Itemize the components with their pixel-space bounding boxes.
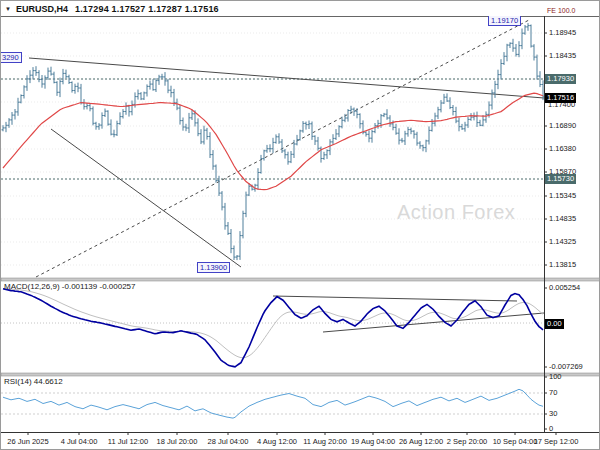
price-callout-left[interactable]: 3290 [0,52,22,63]
macd-axis-label: 0.005254 [549,283,580,292]
price-axis-label: 1.15345 [549,191,576,200]
price-callout-low[interactable]: 1.13900 [197,262,230,273]
time-axis-label: 10 Sep 04:00 [493,437,538,446]
ohlc-values: 1.17294 1.17527 1.17287 1.17516 [75,4,219,14]
chart-titlebar: ▼ EURUSD,H4 1.17294 1.17527 1.17287 1.17… [1,1,599,16]
time-axis-label: 2 Sep 20:00 [447,437,487,446]
price-callout-high[interactable]: 1.19170 [488,15,521,26]
time-axis-label: 4 Aug 12:00 [257,437,297,446]
chart-area[interactable]: Action Forex FE 100.0 1.19170 3290 1.139… [1,1,599,449]
price-axis-label: 1.18945 [549,28,576,37]
macd-value-main: -0.001139 [62,282,97,291]
panel-splitter-rsi [1,373,600,376]
macd-name: MACD(12,26,9) [4,282,60,291]
descending-resistance [29,58,544,98]
panel-splitter-macd [1,278,600,281]
time-axis-label: 11 Aug 20:00 [303,437,347,446]
macd-indicator-label: MACD(12,26,9) -0.001139 -0.000257 [4,282,136,291]
time-axis-label: 28 Jul 04:00 [208,437,249,446]
price-axis-label: 1.18435 [549,51,576,60]
price-axis-label: 1.14835 [549,214,576,223]
rsi-name: RSI(14) [4,377,32,386]
price-axis-label: 1.16380 [549,144,576,153]
rsi-value: 44.6612 [34,377,63,386]
time-axis-label: 17 Sep 12:00 [534,437,579,446]
rsi-axis-label: 70 [549,388,557,397]
time-axis-label: 26 Jun 2025 [7,437,48,446]
rsi-indicator-label: RSI(14) 44.6612 [4,377,63,386]
rsi-axis-label: 100 [549,372,562,381]
macd-upper-line [273,296,517,301]
symbol-timeframe: EURUSD,H4 [16,4,68,14]
macd-signal-line [3,289,543,358]
time-axis-label: 4 Jul 04:00 [61,437,98,446]
price-axis-label: 1.14325 [549,237,576,246]
time-axis-label: 18 Jul 20:00 [157,437,198,446]
chart-canvas[interactable] [1,1,600,450]
macd-main-line [3,289,543,367]
time-axis-label: 19 Aug 04:00 [351,437,395,446]
macd-lower-line [323,313,544,332]
macd-value-signal: -0.000257 [99,282,135,291]
macd-axis-label: -0.007269 [549,362,583,371]
rsi-axis-label: 0 [549,424,553,433]
price-bars [2,23,545,260]
symbol-dropdown-icon[interactable]: ▼ [5,6,11,12]
macd-current-badge: 0.00 [545,319,564,329]
level-price-badge: 1.17930 [545,74,576,84]
price-axis-label: 1.16890 [549,121,576,130]
current-price-badge: 1.17516 [545,93,576,103]
time-axis-label: 11 Jul 12:00 [108,437,148,446]
steep-downtrend [51,129,241,267]
rsi-axis-label: 30 [549,409,557,418]
time-axis-label: 26 Aug 12:00 [399,437,443,446]
price-axis-label: 1.13815 [549,260,576,269]
fibonacci-expansion-label: FE 100.0 [547,7,575,14]
level-price-badge: 1.15730 [545,174,576,184]
chart-window: ▼ EURUSD,H4 1.17294 1.17527 1.17287 1.17… [0,0,600,450]
